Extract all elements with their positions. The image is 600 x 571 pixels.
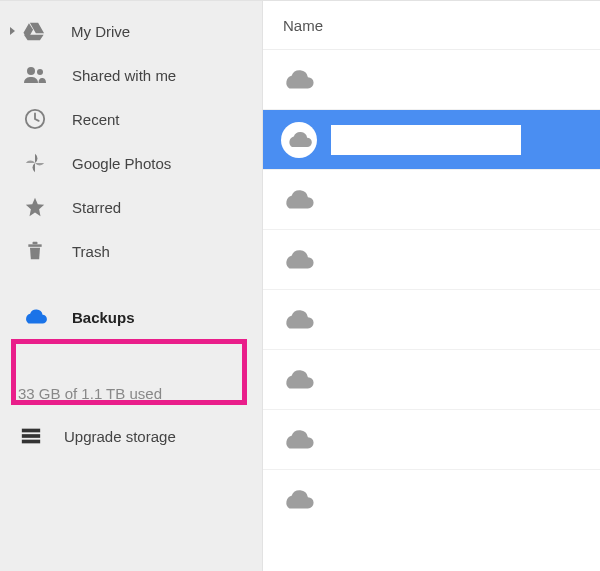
sidebar-item-label: Starred	[72, 199, 121, 216]
cloud-icon-selected-wrap	[281, 122, 317, 158]
spacer	[0, 273, 262, 295]
backup-list	[263, 50, 600, 571]
list-item-name	[331, 188, 600, 212]
sidebar-item-photos[interactable]: Google Photos	[0, 141, 262, 185]
cloud-icon	[285, 126, 313, 154]
main-panel: Name	[263, 0, 600, 571]
trash-icon	[22, 238, 48, 264]
storage-usage-text: 33 GB of 1.1 TB used	[18, 385, 244, 416]
list-item[interactable]	[263, 290, 600, 350]
sidebar-item-starred[interactable]: Starred	[0, 185, 262, 229]
sidebar-item-label: Shared with me	[72, 67, 176, 84]
list-item-name	[331, 68, 600, 92]
cloud-icon	[281, 243, 315, 277]
cloud-icon	[281, 303, 315, 337]
clock-icon	[22, 106, 48, 132]
list-item-name	[331, 248, 600, 272]
sidebar: My Drive Shared with me Recent	[0, 0, 263, 571]
list-item[interactable]	[263, 110, 600, 170]
star-icon	[22, 194, 48, 220]
app-root: My Drive Shared with me Recent	[0, 0, 600, 571]
list-item[interactable]	[263, 470, 600, 530]
svg-rect-5	[22, 434, 40, 438]
cloud-icon	[281, 363, 315, 397]
people-icon	[22, 62, 48, 88]
cloud-icon	[22, 304, 48, 330]
list-item[interactable]	[263, 410, 600, 470]
list-item-name	[331, 488, 600, 512]
cloud-icon	[281, 423, 315, 457]
sidebar-item-label: Google Photos	[72, 155, 171, 172]
sidebar-item-label: My Drive	[71, 23, 130, 40]
spacer	[0, 339, 262, 367]
sidebar-item-my-drive[interactable]: My Drive	[0, 9, 262, 53]
sidebar-item-shared[interactable]: Shared with me	[0, 53, 262, 97]
storage-icon	[18, 423, 44, 449]
cloud-icon	[281, 483, 315, 517]
list-item[interactable]	[263, 170, 600, 230]
cloud-icon	[281, 63, 315, 97]
svg-point-0	[27, 67, 35, 75]
sidebar-item-label: Backups	[72, 309, 135, 326]
upgrade-storage-button[interactable]: Upgrade storage	[18, 416, 244, 456]
sidebar-item-recent[interactable]: Recent	[0, 97, 262, 141]
list-item-name	[331, 428, 600, 452]
list-header: Name	[263, 1, 600, 50]
svg-rect-4	[22, 429, 40, 433]
column-header-name[interactable]: Name	[283, 17, 323, 34]
svg-rect-6	[22, 440, 40, 444]
list-item-name	[331, 308, 600, 332]
list-item[interactable]	[263, 50, 600, 110]
caret-right-icon	[10, 27, 15, 35]
list-item[interactable]	[263, 350, 600, 410]
list-item-name	[331, 125, 521, 155]
sidebar-item-label: Recent	[72, 111, 120, 128]
sidebar-item-backups[interactable]: Backups	[0, 295, 262, 339]
sidebar-item-trash[interactable]: Trash	[0, 229, 262, 273]
drive-icon	[21, 18, 47, 44]
list-item-name	[331, 368, 600, 392]
upgrade-storage-label: Upgrade storage	[64, 428, 176, 445]
storage-section: 33 GB of 1.1 TB used Upgrade storage	[0, 367, 262, 456]
list-item[interactable]	[263, 230, 600, 290]
svg-point-1	[37, 69, 43, 75]
svg-rect-3	[33, 242, 38, 245]
google-photos-icon	[22, 150, 48, 176]
sidebar-item-label: Trash	[72, 243, 110, 260]
cloud-icon	[281, 183, 315, 217]
